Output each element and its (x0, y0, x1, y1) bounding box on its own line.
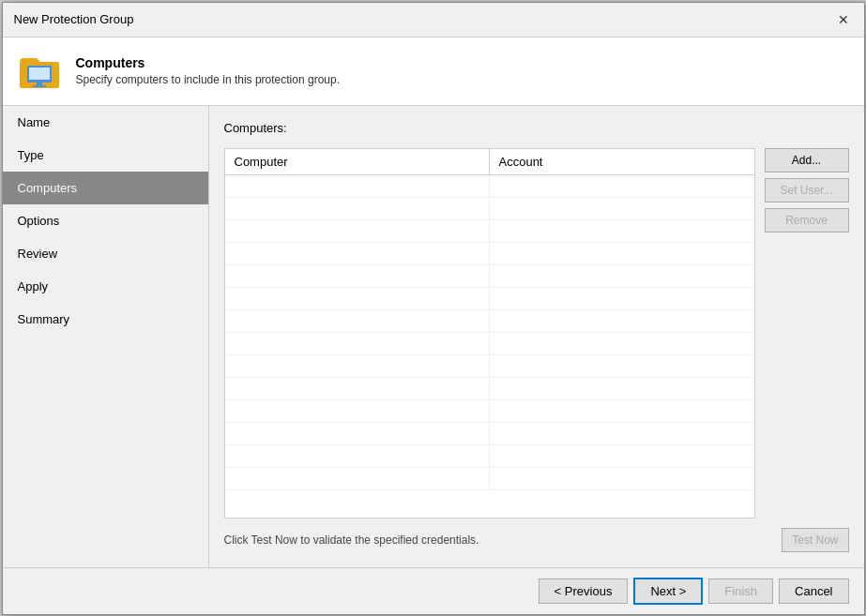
table-area: Computer Account (224, 148, 849, 518)
header-description: Specify computers to include in this pro… (76, 73, 340, 86)
svg-rect-2 (29, 68, 50, 80)
svg-rect-3 (37, 83, 42, 85)
table-body (225, 175, 754, 518)
table-row (225, 378, 754, 400)
computers-icon (18, 49, 63, 94)
table-row (225, 355, 754, 378)
info-row: Click Test Now to validate the specified… (224, 528, 849, 552)
footer: < Previous Next > Finish Cancel (3, 567, 864, 614)
table-row (225, 400, 754, 423)
table-row (225, 310, 754, 333)
sidebar-item-name[interactable]: Name (3, 106, 208, 139)
set-user-button[interactable]: Set User... (765, 178, 849, 203)
sidebar-item-summary[interactable]: Summary (3, 303, 208, 336)
title-bar: New Protection Group ✕ (3, 3, 864, 38)
cancel-button[interactable]: Cancel (779, 578, 848, 604)
header-section: Computers Specify computers to include i… (3, 38, 864, 106)
table-row (225, 175, 754, 198)
table-row (225, 243, 754, 265)
section-label: Computers: (224, 121, 849, 135)
table-row (225, 423, 754, 445)
info-label: Click Test Now to validate the specified… (224, 533, 479, 547)
computers-table[interactable]: Computer Account (224, 148, 755, 518)
table-header: Computer Account (225, 149, 754, 175)
table-row (225, 445, 754, 468)
header-text: Computers Specify computers to include i… (76, 55, 340, 86)
test-now-button[interactable]: Test Now (782, 528, 848, 552)
table-row (225, 333, 754, 355)
previous-button[interactable]: < Previous (539, 578, 629, 604)
table-row (225, 198, 754, 220)
table-row (225, 220, 754, 243)
add-button[interactable]: Add... (765, 148, 849, 173)
dialog-title: New Protection Group (14, 12, 134, 26)
header-title: Computers (76, 55, 340, 70)
sidebar-item-computers[interactable]: Computers (3, 172, 208, 204)
remove-button[interactable]: Remove (765, 208, 849, 233)
sidebar-item-type[interactable]: Type (3, 139, 208, 172)
column-computer: Computer (225, 149, 490, 174)
sidebar-item-review[interactable]: Review (3, 237, 208, 270)
svg-rect-4 (33, 85, 46, 87)
sidebar: Name Type Computers Options Review Apply… (3, 106, 209, 567)
main-panel: Computers: Computer Account (209, 106, 864, 567)
side-buttons: Add... Set User... Remove (765, 148, 849, 518)
table-row (225, 265, 754, 288)
close-button[interactable]: ✕ (834, 10, 853, 29)
sidebar-item-options[interactable]: Options (3, 204, 208, 237)
sidebar-item-apply[interactable]: Apply (3, 270, 208, 303)
column-account: Account (490, 149, 754, 174)
dialog: New Protection Group ✕ Computers Specify… (2, 2, 865, 615)
table-row (225, 468, 754, 490)
table-row (225, 288, 754, 310)
content-area: Name Type Computers Options Review Apply… (3, 106, 864, 567)
next-button[interactable]: Next > (633, 578, 703, 605)
finish-button[interactable]: Finish (708, 578, 773, 604)
